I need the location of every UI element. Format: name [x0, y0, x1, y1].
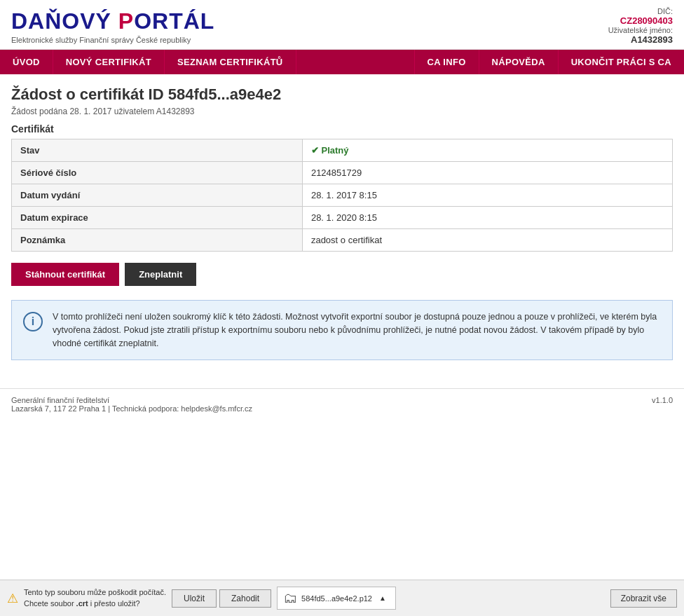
row-label-poznamka: Poznámka — [12, 229, 303, 252]
table-row: Stav ✔ Platný — [12, 139, 673, 162]
action-buttons: Stáhnout certifikát Zneplatnit — [11, 263, 673, 286]
nav-item-uvod[interactable]: ÚVOD — [0, 50, 53, 74]
dic-label-text: DIČ: — [657, 7, 673, 15]
file-icon: 🗂 — [283, 590, 297, 606]
row-value-seriove: 2124851729 — [302, 162, 672, 184]
file-area: 🗂 584fd5...a9e4e2.p12 ▲ — [277, 587, 396, 610]
status-valid-text: ✔ Platný — [311, 145, 349, 156]
footer-version: v1.1.0 — [652, 396, 673, 404]
logo-subtitle: Elektronické služby Finanční správy Česk… — [11, 36, 214, 44]
table-row: Poznámka zadost o certifikat — [12, 229, 673, 252]
username-value: A1432893 — [608, 34, 673, 45]
file-expand-button[interactable]: ▲ — [376, 593, 389, 603]
row-value-expirace: 28. 1. 2020 8:15 — [302, 207, 672, 229]
invalidate-button[interactable]: Zneplatnit — [125, 263, 196, 286]
table-row: Datum vydání 28. 1. 2017 8:15 — [12, 184, 673, 207]
download-bar: ⚠ Tento typ souboru může poškodit počíta… — [0, 580, 684, 616]
file-name: 584fd5...a9e4e2.p12 — [301, 594, 372, 603]
nav-item-novy-certifikat[interactable]: NOVÝ CERTIFIKÁT — [53, 50, 165, 74]
logo-p: P — [118, 8, 134, 34]
table-row: Sériové číslo 2124851729 — [12, 162, 673, 184]
row-value-stav: ✔ Platný — [302, 139, 672, 162]
footer-line1: Generální finanční ředitelství — [11, 396, 252, 404]
save-button[interactable]: Uložit — [172, 589, 217, 608]
footer: Generální finanční ředitelství Lazarská … — [0, 388, 684, 417]
warning-icon: ⚠ — [7, 591, 18, 606]
logo-title: DAŇOVÝ PORTÁL — [11, 8, 214, 34]
footer-left: Generální finanční ředitelství Lazarská … — [11, 396, 252, 413]
row-value-poznamka: zadost o certifikat — [302, 229, 672, 252]
navigation: ÚVOD NOVÝ CERTIFIKÁT SEZNAM CERTIFIKÁTŮ … — [0, 50, 684, 74]
certificate-table: Stav ✔ Platný Sériové číslo 2124851729 D… — [11, 139, 673, 252]
section-label: Certifikát — [11, 123, 673, 135]
info-text: V tomto prohlížeči není uložen soukromý … — [53, 310, 661, 350]
row-label-seriove: Sériové číslo — [12, 162, 303, 184]
main-content: Žádost o certifikát ID 584fd5...a9e4e2 Ž… — [0, 74, 684, 381]
row-label-stav: Stav — [12, 139, 303, 162]
header: DAŇOVÝ PORTÁL Elektronické služby Finanč… — [0, 0, 684, 50]
username-label: Uživatelské jméno: — [608, 26, 673, 34]
header-right: DIČ: CZ28090403 Uživatelské jméno: A1432… — [608, 7, 673, 45]
footer-line2: Lazarská 7, 117 22 Praha 1 | Technická p… — [11, 404, 252, 413]
nav-spacer — [296, 50, 414, 74]
logo-area: DAŇOVÝ PORTÁL Elektronické služby Finanč… — [11, 8, 214, 44]
page-subtitle: Žádost podána 28. 1. 2017 uživatelem A14… — [11, 107, 673, 116]
warning-line1: Tento typ souboru může poškodit počítač. — [24, 587, 166, 598]
nav-item-seznam-certifikatu[interactable]: SEZNAM CERTIFIKÁTŮ — [165, 50, 296, 74]
row-label-vydani: Datum vydání — [12, 184, 303, 207]
info-icon: i — [23, 312, 43, 331]
download-certificate-button[interactable]: Stáhnout certifikát — [11, 263, 119, 286]
username-label-text: Uživatelské jméno: — [608, 26, 673, 34]
nav-item-ukoncit[interactable]: UKONČIT PRÁCI S CA — [558, 50, 684, 74]
nav-item-napoveda[interactable]: NÁPOVĚDA — [479, 50, 558, 74]
dic-value: CZ28090403 — [608, 15, 673, 26]
row-value-vydani: 28. 1. 2017 8:15 — [302, 184, 672, 207]
warning-line2: Chcete soubor .crt i přesto uložit? — [24, 598, 166, 609]
warning-text: Tento typ souboru může poškodit počítač.… — [24, 587, 166, 609]
discard-button[interactable]: Zahodit — [219, 589, 271, 608]
show-all-button[interactable]: Zobrazit vše — [610, 589, 677, 608]
row-label-expirace: Datum expirace — [12, 207, 303, 229]
page-title: Žádost o certifikát ID 584fd5...a9e4e2 — [11, 85, 673, 104]
info-box: i V tomto prohlížeči není uložen soukrom… — [11, 300, 673, 360]
dic-label: DIČ: — [608, 7, 673, 15]
table-row: Datum expirace 28. 1. 2020 8:15 — [12, 207, 673, 229]
download-bar-buttons: Uložit Zahodit — [172, 589, 271, 608]
nav-item-ca-info[interactable]: CA INFO — [414, 50, 479, 74]
